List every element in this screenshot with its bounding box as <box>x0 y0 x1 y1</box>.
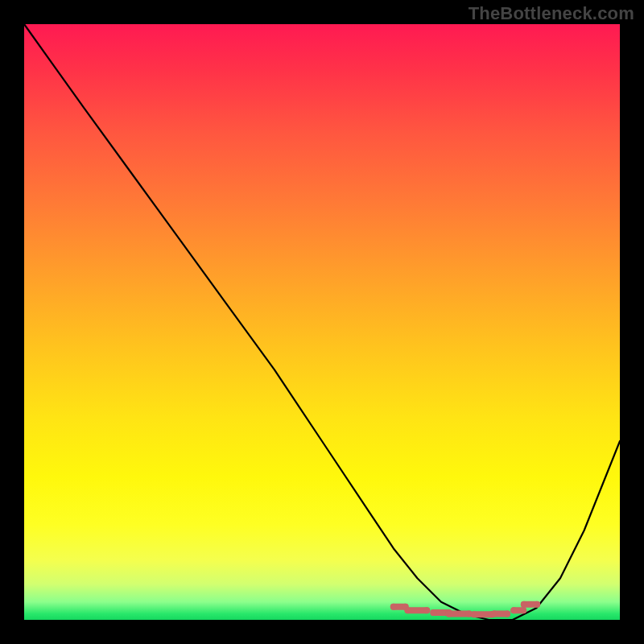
trough-dot <box>423 607 430 613</box>
trough-dot <box>405 607 411 613</box>
trough-dot <box>504 611 510 617</box>
curve-layer <box>24 24 620 620</box>
trough-dot <box>430 609 436 616</box>
trough-dot <box>390 604 397 610</box>
trough-dot <box>446 611 452 617</box>
trough-markers <box>390 601 540 618</box>
trough-dot <box>491 611 497 617</box>
bottleneck-curve <box>24 24 620 620</box>
trough-dot <box>520 607 526 613</box>
plot-area <box>24 24 620 620</box>
chart-frame: TheBottleneck.com <box>0 0 644 644</box>
watermark: TheBottleneck.com <box>469 3 634 24</box>
trough-dot <box>471 611 477 617</box>
trough-dot <box>521 601 527 608</box>
trough-dot <box>510 607 517 613</box>
trough-dot <box>534 601 540 608</box>
